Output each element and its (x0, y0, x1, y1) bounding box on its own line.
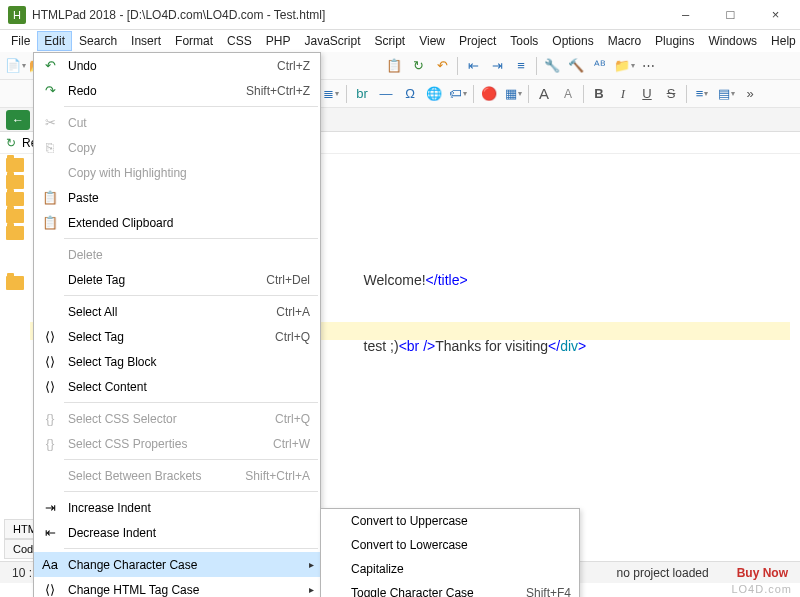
more-icon[interactable]: ⋯ (637, 55, 659, 77)
folder-icon[interactable] (6, 276, 24, 290)
color-circles-icon[interactable]: 🔴 (478, 83, 500, 105)
menu-file[interactable]: File (4, 31, 37, 51)
menu-view[interactable]: View (412, 31, 452, 51)
menu-item-select-tag-block[interactable]: ⟨⟩Select Tag Block (34, 349, 320, 374)
app-icon: H (8, 6, 26, 24)
menu-format[interactable]: Format (168, 31, 220, 51)
menu-css[interactable]: CSS (220, 31, 259, 51)
refresh-icon[interactable]: ↻ (6, 136, 16, 150)
italic-icon[interactable]: I (612, 83, 634, 105)
menu-separator (64, 238, 318, 239)
watermark: LO4D.com (731, 583, 792, 595)
doc-icon[interactable]: 📋 (383, 55, 405, 77)
back-button[interactable]: ← (6, 110, 30, 130)
menu-item-change-character-case[interactable]: AaChange Character Case▸ (34, 552, 320, 577)
br-tag-icon[interactable]: br (351, 83, 373, 105)
menu-php[interactable]: PHP (259, 31, 298, 51)
separator (536, 57, 537, 75)
undo2-icon[interactable]: ↶ (431, 55, 453, 77)
menu-item-increase-indent[interactable]: ⇥Increase Indent (34, 495, 320, 520)
list-icon[interactable]: ≣▾ (320, 83, 342, 105)
menu-tools[interactable]: Tools (503, 31, 545, 51)
hr-icon[interactable]: ― (375, 83, 397, 105)
omega-icon[interactable]: Ω (399, 83, 421, 105)
submenu-item-toggle-character-case[interactable]: Toggle Character CaseShift+F4 (321, 581, 579, 597)
menu-item-decrease-indent[interactable]: ⇤Decrease Indent (34, 520, 320, 545)
folder-icon[interactable] (6, 175, 24, 189)
indent-left-icon[interactable]: ⇤ (462, 55, 484, 77)
menu-shortcut: Ctrl+Z (277, 59, 310, 73)
menu-options[interactable]: Options (545, 31, 600, 51)
menu-item-select-tag[interactable]: ⟨⟩Select TagCtrl+Q (34, 324, 320, 349)
align-icon[interactable]: ≡▾ (691, 83, 713, 105)
submenu-item-convert-to-lowercase[interactable]: Convert to Lowercase (321, 533, 579, 557)
undo-icon: ↶ (40, 56, 60, 76)
menu-windows[interactable]: Windows (701, 31, 764, 51)
menu-item-extended-clipboard[interactable]: 📋Extended Clipboard (34, 210, 320, 235)
globe-icon[interactable]: 🌐 (423, 83, 445, 105)
menu-shortcut: Ctrl+Q (275, 330, 310, 344)
menu-macro[interactable]: Macro (601, 31, 648, 51)
menu-item-label: Change HTML Tag Case (68, 583, 309, 597)
menubar: File Edit Search Insert Format CSS PHP J… (0, 30, 800, 52)
menu-item-redo[interactable]: ↷RedoShift+Ctrl+Z (34, 78, 320, 103)
menu-project[interactable]: Project (452, 31, 503, 51)
menu-edit[interactable]: Edit (37, 31, 72, 51)
folder2-icon[interactable]: 📁▾ (613, 55, 635, 77)
folder-tree (6, 158, 24, 290)
menu-shortcut: Ctrl+W (273, 437, 310, 451)
menu-item-label: Extended Clipboard (68, 216, 314, 230)
submenu-item-convert-to-uppercase[interactable]: Convert to Uppercase (321, 509, 579, 533)
menu-item-label: Paste (68, 191, 314, 205)
folder-icon[interactable] (6, 209, 24, 223)
font-size-icon[interactable]: A (533, 83, 555, 105)
expand-icon[interactable]: » (739, 83, 761, 105)
maximize-button[interactable]: □ (708, 0, 753, 30)
palette-icon[interactable]: ▦▾ (502, 83, 524, 105)
menu-item-delete-tag[interactable]: Delete TagCtrl+Del (34, 267, 320, 292)
menu-separator (64, 295, 318, 296)
menu-shortcut: Shift+Ctrl+A (245, 469, 310, 483)
separator (473, 85, 474, 103)
refresh-icon[interactable]: ↻ (407, 55, 429, 77)
font-size2-icon[interactable]: A (557, 83, 579, 105)
menu-item-select-all[interactable]: Select AllCtrl+A (34, 299, 320, 324)
menu-plugins[interactable]: Plugins (648, 31, 701, 51)
edit-menu-dropdown: ↶UndoCtrl+Z↷RedoShift+Ctrl+Z✂Cut⎘CopyCop… (33, 52, 321, 597)
tool2-icon[interactable]: 🔨 (565, 55, 587, 77)
tag-icon[interactable]: 🏷▾ (447, 83, 469, 105)
select-tag-icon: ⟨⟩ (40, 327, 60, 347)
indent-right-icon[interactable]: ⇥ (486, 55, 508, 77)
format-icon[interactable]: ≡ (510, 55, 532, 77)
folder-icon[interactable] (6, 226, 24, 240)
menu-script[interactable]: Script (368, 31, 413, 51)
submenu-item-capitalize[interactable]: Capitalize (321, 557, 579, 581)
menu-item-paste[interactable]: 📋Paste (34, 185, 320, 210)
menu-javascript[interactable]: JavaScript (297, 31, 367, 51)
new-file-icon[interactable]: 📄▾ (4, 55, 26, 77)
menu-item-undo[interactable]: ↶UndoCtrl+Z (34, 53, 320, 78)
menu-item-cut: ✂Cut (34, 110, 320, 135)
menu-search[interactable]: Search (72, 31, 124, 51)
folder-icon[interactable] (6, 192, 24, 206)
menu-insert[interactable]: Insert (124, 31, 168, 51)
strike-icon[interactable]: S (660, 83, 682, 105)
menu-item-label: Select Between Brackets (68, 469, 245, 483)
project-status: no project loaded (611, 566, 715, 580)
block-icon[interactable]: ▤▾ (715, 83, 737, 105)
minimize-button[interactable]: – (663, 0, 708, 30)
close-button[interactable]: × (753, 0, 798, 30)
spellcheck-icon[interactable]: ᴬᴮ (589, 55, 611, 77)
bold-icon[interactable]: B (588, 83, 610, 105)
menu-item-change-html-tag-case[interactable]: ⟨⟩Change HTML Tag Case▸ (34, 577, 320, 597)
underline-icon[interactable]: U (636, 83, 658, 105)
menu-separator (64, 491, 318, 492)
indent-dec-icon: ⇤ (40, 523, 60, 543)
folder-icon[interactable] (6, 158, 24, 172)
buy-now-link[interactable]: Buy Now (731, 566, 794, 580)
submenu-arrow-icon: ▸ (309, 559, 314, 570)
tool-icon[interactable]: 🔧 (541, 55, 563, 77)
menu-help[interactable]: Help (764, 31, 800, 51)
separator (528, 85, 529, 103)
menu-item-select-content[interactable]: ⟨⟩Select Content (34, 374, 320, 399)
